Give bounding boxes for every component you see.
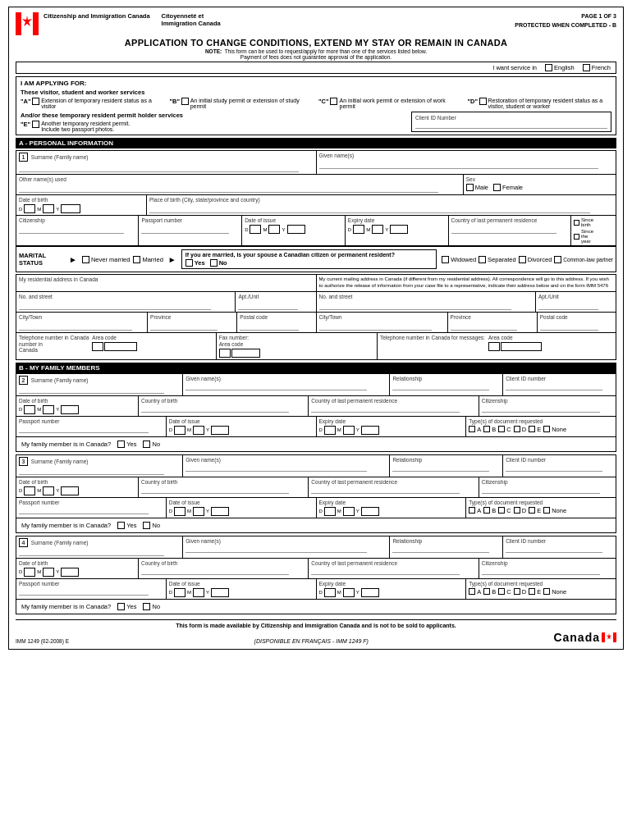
m4-y-box[interactable] [61,568,79,577]
no-street-input-l[interactable] [19,304,211,310]
m2-type-a[interactable]: A [469,426,481,433]
citizenship-input[interactable] [19,227,124,234]
m4-type-d-cb[interactable] [514,588,520,595]
spouse-yes-option[interactable]: Yes [185,259,205,267]
m4-d-box[interactable] [24,568,35,577]
m2-exp-m[interactable] [343,426,355,435]
never-married-option[interactable]: Never married [82,256,131,263]
english-option[interactable]: English [545,64,575,71]
m2-exp-y[interactable] [361,426,379,435]
m2-type-a-cb[interactable] [469,426,475,432]
expiry-m-box[interactable] [372,225,383,234]
m2-m-box[interactable] [43,405,54,414]
m4-exp-d[interactable] [324,588,336,597]
m4-surname-input[interactable] [19,550,164,556]
dob-m-box[interactable] [43,204,54,213]
m3-exp-y[interactable] [361,507,379,516]
m2-client-id-input[interactable] [506,384,602,390]
m4-issue-d[interactable] [174,588,185,597]
m3-m-box[interactable] [43,486,54,495]
province-input-l[interactable] [150,324,218,331]
tel-msg-ac[interactable] [488,342,500,351]
other-names-input[interactable] [19,186,438,193]
postal-code-input-r[interactable] [540,324,598,331]
widowed-checkbox[interactable] [442,256,449,263]
male-checkbox[interactable] [466,184,474,191]
m4-type-none-cb[interactable] [543,588,550,595]
dob-y-box[interactable] [61,204,80,213]
m2-type-e[interactable]: E [529,426,541,433]
m4-type-b[interactable]: B [483,588,496,596]
m3-rel-input[interactable] [392,465,489,472]
m3-country-perm-input[interactable] [311,487,459,494]
m4-m-box[interactable] [43,568,54,577]
apt-unit-input-r[interactable] [538,304,598,310]
widowed-option[interactable]: Widowed [442,256,476,263]
french-checkbox[interactable] [583,64,590,71]
m4-type-c-cb[interactable] [498,588,505,595]
since-birth-checkbox[interactable] [574,220,579,226]
m3-issue-y[interactable] [211,507,229,516]
m3-client-id-input[interactable] [506,465,602,472]
city-town-input-l[interactable] [19,324,132,331]
m4-citizenship-input[interactable] [482,568,600,575]
m3-type-e[interactable]: E [529,507,541,514]
m2-issue-m[interactable] [193,426,204,435]
given-names-input[interactable] [319,162,599,169]
tel-n1[interactable] [104,342,137,351]
tel-msg-n[interactable] [501,342,542,351]
m3-type-c-cb[interactable] [498,507,505,514]
m2-type-c-cb[interactable] [498,426,505,432]
m3-given-input[interactable] [185,465,367,472]
m3-issue-d[interactable] [174,507,185,516]
m2-type-d-cb[interactable] [514,426,520,432]
separated-option[interactable]: Separated [479,256,516,263]
m2-issue-y[interactable] [211,426,229,435]
m4-yes-cb[interactable] [117,603,125,610]
m2-yes-cb[interactable] [117,441,125,448]
client-id-input[interactable] [415,122,607,129]
m2-citizenship-input[interactable] [482,406,600,413]
option-a-checkbox[interactable] [32,98,39,105]
spouse-yes-checkbox[interactable] [185,259,193,267]
m2-y-box[interactable] [61,405,79,414]
m4-type-none[interactable]: None [543,588,566,596]
female-checkbox[interactable] [493,184,501,191]
m2-type-e-cb[interactable] [529,426,535,432]
option-c-checkbox[interactable] [330,98,337,105]
since-birth-option[interactable]: Sincebirth [574,217,613,227]
m4-type-b-cb[interactable] [483,588,490,595]
city-town-input-r[interactable] [319,324,433,331]
m2-issue-d[interactable] [174,426,185,435]
m3-type-c[interactable]: C [498,507,511,514]
married-option[interactable]: Married [133,256,163,263]
postal-code-input-l[interactable] [240,324,298,331]
m3-type-d[interactable]: D [514,507,526,514]
m4-exp-m[interactable] [343,588,355,597]
m2-given-input[interactable] [185,384,367,390]
m3-type-none-cb[interactable] [543,507,550,514]
since-year-option[interactable]: Sincetheyear [574,229,613,244]
m3-surname-input[interactable] [19,468,164,475]
m4-rel-input[interactable] [392,546,489,553]
common-law-option[interactable]: Common-law partner [554,256,613,263]
spouse-no-option[interactable]: No [210,259,227,267]
m3-type-none[interactable]: None [543,507,566,514]
issue-d-box[interactable] [250,225,261,234]
m4-exp-y[interactable] [361,588,379,597]
m2-type-b-cb[interactable] [483,426,490,432]
place-birth-input[interactable] [149,207,590,213]
m4-type-c[interactable]: C [498,588,511,596]
country-perm-input[interactable] [451,227,556,234]
m4-yes-option[interactable]: Yes [117,603,136,610]
m4-passport-input[interactable] [19,589,149,596]
fax-n[interactable] [231,349,260,358]
issue-m-box[interactable] [268,225,280,234]
english-checkbox[interactable] [545,64,552,71]
option-e-checkbox[interactable] [32,121,39,128]
m3-no-option[interactable]: No [143,522,160,529]
m2-passport-input[interactable] [19,427,149,433]
m3-type-e-cb[interactable] [529,507,535,514]
m4-given-input[interactable] [185,546,367,553]
m3-country-birth-input[interactable] [141,487,289,494]
